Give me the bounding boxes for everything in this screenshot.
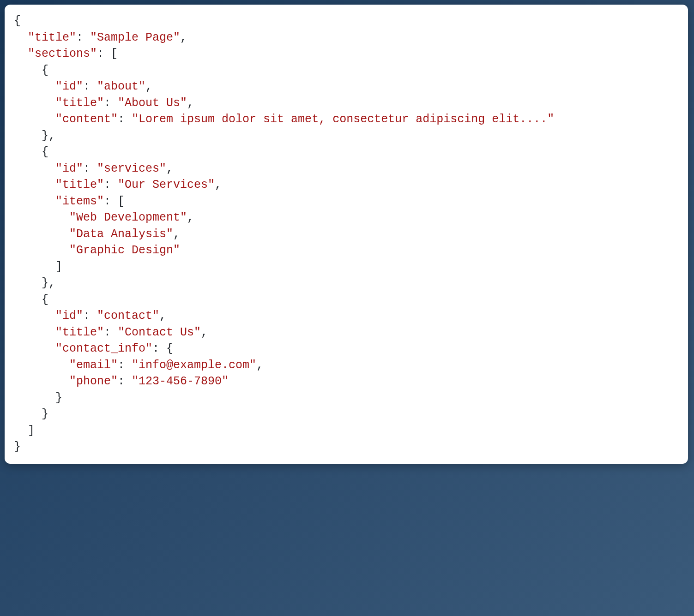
json-punct-token: : bbox=[83, 162, 97, 175]
json-string-token: "contact" bbox=[97, 309, 159, 323]
json-punct-token: { bbox=[14, 64, 48, 77]
code-block-card: { "title": "Sample Page", "sections": [ … bbox=[5, 5, 688, 464]
json-string-token: "Lorem ipsum dolor sit amet, consectetur… bbox=[132, 113, 554, 126]
json-punct-token: : bbox=[104, 96, 118, 110]
json-punct-token: : bbox=[83, 309, 97, 323]
json-punct-token bbox=[14, 195, 55, 208]
json-string-token: "123-456-7890" bbox=[132, 375, 229, 388]
json-string-token: "services" bbox=[97, 162, 166, 175]
json-punct-token bbox=[14, 244, 69, 257]
json-punct-token: : { bbox=[152, 342, 173, 355]
json-string-token: "email" bbox=[69, 359, 118, 372]
json-string-token: "info@example.com" bbox=[132, 359, 256, 372]
json-punct-token: , bbox=[166, 162, 173, 175]
json-punct-token bbox=[14, 375, 69, 388]
json-punct-token: : bbox=[76, 31, 90, 44]
json-code-block: { "title": "Sample Page", "sections": [ … bbox=[14, 13, 679, 455]
json-string-token: "phone" bbox=[69, 375, 118, 388]
json-punct-token: }, bbox=[14, 276, 55, 290]
json-string-token: "items" bbox=[55, 195, 104, 208]
json-punct-token bbox=[14, 309, 55, 323]
json-punct-token: ] bbox=[14, 260, 62, 274]
json-punct-token: } bbox=[14, 440, 21, 454]
json-punct-token bbox=[14, 96, 55, 110]
json-punct-token: , bbox=[145, 80, 152, 93]
json-punct-token: , bbox=[180, 31, 187, 44]
json-string-token: "About Us" bbox=[118, 96, 187, 110]
json-punct-token bbox=[14, 80, 55, 93]
json-punct-token bbox=[14, 211, 69, 224]
json-punct-token bbox=[14, 31, 28, 44]
json-string-token: "title" bbox=[55, 178, 104, 191]
json-string-token: "Our Services" bbox=[118, 178, 215, 191]
json-string-token: "title" bbox=[28, 31, 76, 44]
json-string-token: "id" bbox=[55, 80, 83, 93]
json-string-token: "id" bbox=[55, 309, 83, 323]
json-punct-token: : [ bbox=[97, 47, 118, 60]
json-string-token: "title" bbox=[55, 326, 104, 339]
json-punct-token bbox=[14, 113, 55, 126]
json-punct-token: : bbox=[104, 326, 118, 339]
json-punct-token: , bbox=[215, 178, 222, 191]
json-punct-token: : bbox=[104, 178, 118, 191]
json-string-token: "content" bbox=[55, 113, 118, 126]
json-punct-token: : bbox=[83, 80, 97, 93]
json-punct-token: , bbox=[187, 96, 194, 110]
json-punct-token: , bbox=[159, 309, 166, 323]
json-punct-token bbox=[14, 47, 28, 60]
json-punct-token bbox=[14, 227, 69, 241]
json-punct-token bbox=[14, 342, 55, 355]
json-punct-token: { bbox=[14, 14, 21, 28]
json-string-token: "Contact Us" bbox=[118, 326, 201, 339]
json-string-token: "Sample Page" bbox=[90, 31, 180, 44]
json-punct-token: , bbox=[201, 326, 208, 339]
json-string-token: "Data Analysis" bbox=[69, 227, 173, 241]
json-punct-token bbox=[14, 326, 55, 339]
json-string-token: "Graphic Design" bbox=[69, 244, 180, 257]
json-punct-token: , bbox=[187, 211, 194, 224]
json-punct-token: : bbox=[118, 359, 132, 372]
json-punct-token: { bbox=[14, 145, 48, 159]
json-string-token: "contact_info" bbox=[55, 342, 152, 355]
json-punct-token: : [ bbox=[104, 195, 125, 208]
json-string-token: "Web Development" bbox=[69, 211, 187, 224]
json-punct-token: , bbox=[173, 227, 180, 241]
json-punct-token: } bbox=[14, 407, 48, 421]
json-punct-token: : bbox=[118, 113, 132, 126]
json-punct-token: ] bbox=[14, 424, 35, 437]
json-punct-token: , bbox=[256, 359, 263, 372]
json-punct-token: { bbox=[14, 293, 48, 306]
json-punct-token bbox=[14, 178, 55, 191]
json-string-token: "title" bbox=[55, 96, 104, 110]
json-string-token: "sections" bbox=[28, 47, 97, 60]
json-string-token: "about" bbox=[97, 80, 145, 93]
json-punct-token bbox=[14, 359, 69, 372]
json-punct-token bbox=[14, 162, 55, 175]
json-punct-token: }, bbox=[14, 129, 55, 143]
json-string-token: "id" bbox=[55, 162, 83, 175]
json-punct-token: : bbox=[118, 375, 132, 388]
json-punct-token: } bbox=[14, 391, 62, 405]
